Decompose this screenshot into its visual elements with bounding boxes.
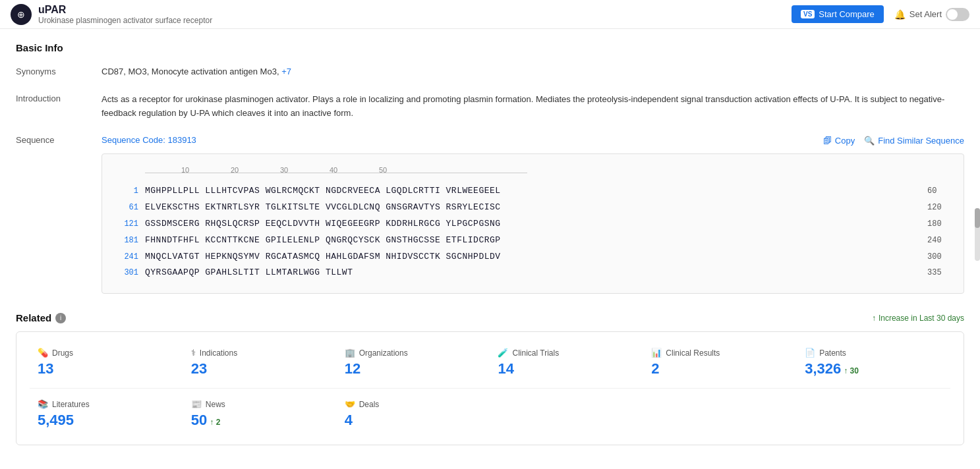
related-item-icon: 📊 [651, 348, 662, 358]
ruler-30: 30 [280, 165, 288, 177]
increase-label: ↑ Increase in Last 30 days [872, 314, 964, 323]
related-row1: 💊 Drugs 13 ⚕ Indications 23 🏢 Organizati… [30, 343, 950, 389]
related-item[interactable]: 📚 Literatures 5,495 [30, 394, 183, 434]
related-item-icon: 📚 [38, 399, 48, 409]
line-end-number: 60 [927, 185, 950, 198]
line-end-number: 120 [927, 202, 950, 214]
related-item-icon: ⚕ [191, 348, 196, 358]
related-item[interactable]: 🧪 Clinical Trials 14 [490, 343, 643, 383]
related-item-icon: 💊 [38, 348, 48, 358]
header-left: ⊕ uPAR Urokinase plasminogen activator s… [11, 4, 212, 25]
scrollbar-thumb [975, 208, 980, 228]
related-item-count: 13 [38, 360, 53, 377]
sequence-content: Sequence Code: 183913 🗐 Copy 🔍 Find Simi… [101, 134, 964, 294]
copy-icon: 🗐 [823, 136, 832, 146]
introduction-text: Acts as a receptor for urokinase plasmin… [101, 92, 964, 121]
related-item-count: 14 [498, 360, 513, 377]
table-row: 181 FHNNDTFHFL KCCNTTKCNE GPILELENLP QNG… [115, 234, 950, 248]
synonyms-value: CD87, MO3, Monocyte activation antigen M… [101, 65, 964, 79]
line-end-number: 335 [927, 267, 950, 279]
sequence-actions: 🗐 Copy 🔍 Find Similar Sequence [823, 136, 964, 146]
sequence-label: Sequence [16, 134, 101, 145]
related-item[interactable]: ⚕ Indications 23 [183, 343, 337, 383]
line-number: 61 [115, 202, 138, 214]
line-number: 241 [115, 251, 138, 263]
related-item-name: Indications [200, 348, 237, 358]
page-subtitle: Urokinase plasminogen activator surface … [38, 16, 212, 25]
table-row: 1 MGHPPLLPLL LLLHTCVPAS WGLRCMQCKT NGDCR… [115, 184, 950, 198]
synonyms-row: Synonyms CD87, MO3, Monocyte activation … [16, 65, 964, 79]
related-item[interactable]: 📰 News 50 ↑ 2 [183, 394, 337, 434]
line-number: 181 [115, 234, 138, 247]
table-row: 121 GSSDMSCERG RHQSLQCRSP EEQCLDVVTH WIQ… [115, 217, 950, 231]
page-title: uPAR [38, 4, 212, 16]
sequence-data: QYRSGAAPQP GPAHLSLTIT LLMTARLWGG TLLWT [145, 266, 921, 280]
vs-badge: VS [801, 10, 815, 18]
copy-label: Copy [835, 136, 855, 146]
introduction-row: Introduction Acts as a receptor for urok… [16, 92, 964, 121]
related-item-count: 2 [651, 360, 659, 377]
line-end-number: 180 [927, 218, 950, 231]
ruler-40: 40 [330, 165, 337, 177]
line-number: 301 [115, 267, 138, 279]
ruler-50: 50 [379, 165, 387, 177]
related-row2: 📚 Literatures 5,495 📰 News 50 ↑ 2 🤝 Deal… [30, 389, 950, 434]
basic-info-title: Basic Info [16, 42, 964, 53]
line-end-number: 300 [927, 251, 950, 263]
sequence-data: GSSDMSCERG RHQSLQCRSP EEQCLDVVTH WIQEGEE… [145, 217, 921, 231]
related-item-count: 4 [345, 412, 353, 429]
compare-label: Start Compare [819, 9, 875, 19]
sequence-box: 10 20 30 40 50 1 MGHPPLLPLL LLLHTCVPAS W… [101, 153, 964, 294]
header-right: VS Start Compare 🔔 Set Alert [792, 5, 969, 23]
copy-button[interactable]: 🗐 Copy [823, 136, 855, 146]
related-item-icon: 🧪 [498, 348, 508, 358]
count-increase: ↑ 30 [844, 366, 859, 375]
related-item-icon: 🏢 [345, 348, 355, 358]
table-row: 301 QYRSGAAPQP GPAHLSLTIT LLMTARLWGG TLL… [115, 266, 950, 280]
main-content: Basic Info Synonyms CD87, MO3, Monocyte … [0, 29, 980, 458]
related-title-area: Related i [16, 312, 66, 323]
related-item[interactable]: 💊 Drugs 13 [30, 343, 183, 383]
related-item[interactable]: 🏢 Organizations 12 [337, 343, 490, 383]
arrow-up-icon: ↑ [872, 314, 876, 323]
scrollbar[interactable] [975, 208, 980, 261]
sequence-header: Sequence Code: 183913 🗐 Copy 🔍 Find Simi… [101, 134, 964, 148]
related-item-name: News [206, 400, 225, 409]
related-item-name: Organizations [359, 348, 408, 358]
synonyms-label: Synonyms [16, 65, 101, 76]
related-item-icon: 📰 [191, 399, 202, 409]
related-item-name: Patents [819, 348, 846, 358]
related-item-icon: 🤝 [345, 399, 355, 409]
upar-icon: ⊕ [11, 4, 32, 25]
info-icon[interactable]: i [55, 313, 66, 323]
alert-label: Set Alert [909, 9, 942, 19]
related-item[interactable]: 📄 Patents 3,326 ↑ 30 [797, 343, 950, 383]
synonyms-text: CD87, MO3, Monocyte activation antigen M… [101, 67, 279, 76]
related-item-name: Literatures [52, 400, 90, 409]
sequence-data: MGHPPLLPLL LLLHTCVPAS WGLRCMQCKT NGDCRVE… [145, 184, 921, 198]
related-title: Related [16, 312, 51, 323]
line-end-number: 240 [927, 234, 950, 247]
start-compare-button[interactable]: VS Start Compare [792, 5, 884, 23]
line-number: 1 [115, 185, 138, 198]
find-similar-button[interactable]: 🔍 Find Similar Sequence [864, 136, 964, 146]
sequence-data: FHNNDTFHFL KCCNTTKCNE GPILELENLP QNGRQCY… [145, 234, 921, 248]
related-item[interactable]: 📊 Clinical Results 2 [643, 343, 797, 383]
related-header: Related i ↑ Increase in Last 30 days [16, 312, 964, 323]
set-alert-area: 🔔 Set Alert [894, 8, 969, 21]
increase-text: Increase in Last 30 days [879, 314, 964, 323]
ruler-10: 10 [181, 165, 189, 177]
sequence-row: Sequence Sequence Code: 183913 🗐 Copy 🔍 … [16, 134, 964, 294]
related-card: 💊 Drugs 13 ⚕ Indications 23 🏢 Organizati… [16, 331, 964, 445]
sequence-rows: 1 MGHPPLLPLL LLLHTCVPAS WGLRCMQCKT NGDCR… [115, 184, 950, 280]
line-number: 121 [115, 218, 138, 231]
related-item-count: 5,495 [38, 412, 74, 429]
table-row: 241 MNQCLVATGT HEPKNQSYMV RGCATASMCQ HAH… [115, 250, 950, 264]
find-similar-label: Find Similar Sequence [878, 136, 964, 146]
alert-toggle[interactable] [946, 8, 969, 21]
introduction-label: Introduction [16, 92, 101, 103]
count-increase: ↑ 2 [210, 418, 220, 427]
related-item[interactable]: 🤝 Deals 4 [337, 394, 490, 434]
find-similar-icon: 🔍 [864, 136, 875, 146]
synonyms-more-link[interactable]: +7 [281, 67, 291, 76]
